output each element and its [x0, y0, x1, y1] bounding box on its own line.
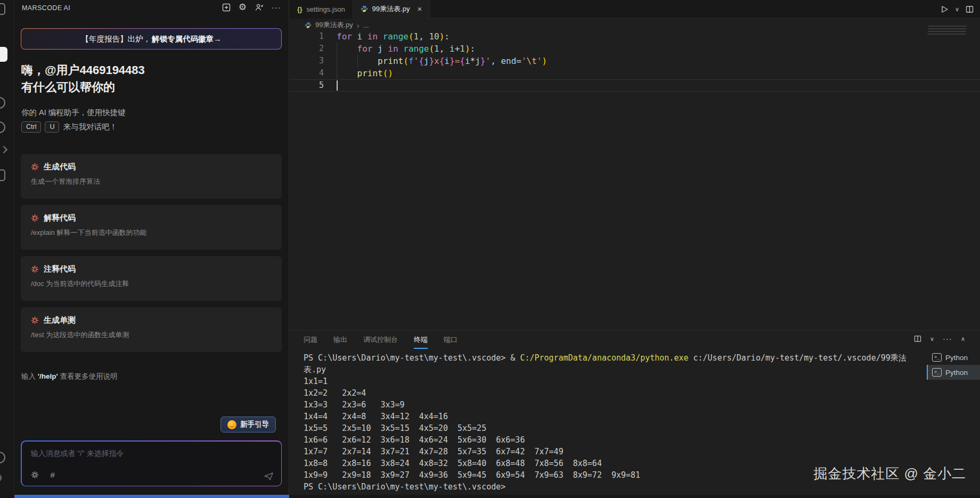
tab-close-icon[interactable]: ×: [417, 5, 422, 13]
card-description: 生成一个冒泡排序算法: [31, 177, 272, 186]
new-chat-icon[interactable]: [222, 3, 231, 12]
card-description: /test 为这段选中的函数生成单测: [31, 330, 272, 340]
split-terminal-icon[interactable]: [914, 335, 921, 342]
python-file-icon: [361, 5, 368, 13]
marscode-sidebar: MARSCODE AI ⚙ ··· 【年度报告】出炉，解锁专属代码徽章→ 嗨，@…: [14, 0, 289, 495]
code-line[interactable]: 5: [290, 79, 980, 92]
terminal-line: 1x7=7 2x7=14 3x7=21 4x7=28 5x7=35 6x7=42…: [304, 446, 921, 458]
sparkle-command-icon[interactable]: [31, 471, 39, 479]
beginner-guide-button[interactable]: 新手引导: [220, 417, 276, 432]
code-line[interactable]: 4 print(): [290, 67, 980, 79]
card-title: 生成代码: [44, 162, 76, 172]
editor-cursor: [337, 80, 338, 91]
hug-emoji-icon: [227, 420, 236, 429]
terminal-line: PS C:\Users\Dario\my-test\my-test\.vscod…: [304, 352, 921, 364]
account-switch-icon[interactable]: [255, 3, 264, 12]
activity-item-active-marscode[interactable]: [0, 47, 7, 62]
intro-text: 你的 AI 编程助手，使用快捷键: [21, 108, 126, 118]
code-lines: 1for i in range(1, 10):2 for j in range(…: [290, 30, 980, 92]
sparkle-icon: [31, 265, 39, 273]
greeting-line1: 嗨，@用户4469194483: [21, 62, 145, 79]
code-editor[interactable]: 1for i in range(1, 10):2 for j in range(…: [290, 30, 980, 92]
activity-icon-partial[interactable]: [0, 121, 5, 133]
line-number: 3: [290, 55, 324, 67]
editor-area: {} settings.json 99乘法表.py × ∨: [290, 0, 980, 330]
settings-gear-icon[interactable]: ⚙: [0, 472, 3, 484]
activity-icon-partial[interactable]: [0, 3, 5, 15]
community-watermark: 掘金技术社区 @ 金小二: [813, 464, 966, 483]
terminal-icon: >_: [932, 368, 942, 377]
gear-icon[interactable]: ⚙: [239, 3, 247, 12]
sparkle-icon: [31, 316, 39, 324]
suggestion-cards: 生成代码生成一个冒泡排序算法解释代码/explain 解释一下当前选中函数的功能…: [21, 154, 282, 352]
tab-99-multiplication-py[interactable]: 99乘法表.py ×: [353, 0, 430, 19]
suggestion-card[interactable]: 注释代码/doc 为当前选中的代码生成注释: [21, 256, 282, 301]
code-line[interactable]: 3 print(f'{j}x{i}={i*j}', end='\t'): [290, 55, 980, 67]
activity-icon-partial[interactable]: [0, 97, 5, 109]
sidebar-title: MARSCODE AI: [22, 4, 70, 12]
code-line[interactable]: 2 for j in range(1, i+1):: [290, 43, 980, 55]
account-icon[interactable]: [0, 452, 5, 463]
terminal-split-dropdown-icon[interactable]: ∨: [930, 336, 934, 342]
suggestion-card[interactable]: 解释代码/explain 解释一下当前选中函数的功能: [21, 205, 282, 250]
intro-suffix: 来与我对话吧！: [63, 122, 117, 132]
terminal-list-item[interactable]: >_Python: [927, 350, 980, 365]
panel-tab[interactable]: 调试控制台: [363, 335, 398, 349]
more-actions-icon[interactable]: ···: [272, 3, 281, 12]
greeting: 嗨，@用户4469194483 有什么可以帮你的: [21, 62, 145, 96]
terminal-label: Python: [945, 354, 968, 362]
terminal-icon: >_: [932, 353, 942, 362]
greeting-line2: 有什么可以帮你的: [21, 79, 145, 96]
tab-settings-json[interactable]: {} settings.json: [290, 0, 353, 19]
breadcrumb-file: 99乘法表.py: [315, 20, 353, 30]
panel-maximize-icon[interactable]: ∧: [961, 336, 965, 342]
send-icon[interactable]: [264, 472, 274, 480]
activity-icon-partial[interactable]: [0, 146, 7, 153]
sparkle-icon: [31, 163, 39, 171]
chat-input[interactable]: 输入消息或者 “/” 来选择指令 #: [21, 440, 282, 486]
card-title: 注释代码: [44, 264, 76, 274]
card-title: 解释代码: [44, 213, 76, 223]
terminal-line: 1x1=1: [304, 375, 921, 387]
panel-tab[interactable]: 端口: [444, 335, 458, 349]
help-line: 输入 '/help' 查看更多使用说明: [21, 372, 117, 381]
card-description: /explain 解释一下当前选中函数的功能: [31, 228, 272, 238]
suggestion-card[interactable]: 生成代码生成一个冒泡排序算法: [21, 154, 282, 199]
line-number: 5: [290, 79, 324, 92]
terminal-list-item[interactable]: >_Python: [927, 365, 980, 380]
panel-tab[interactable]: 问题: [304, 335, 317, 349]
panel-tabs: 问题输出调试控制台终端端口: [304, 335, 458, 349]
indent-guide: [337, 55, 337, 67]
breadcrumb[interactable]: 99乘法表.py › ...: [305, 20, 369, 30]
indent-guide: [337, 43, 337, 55]
terminal-line: 1x3=3 2x3=6 3x3=9: [304, 399, 921, 411]
terminal-label: Python: [945, 369, 968, 377]
line-number: 1: [290, 30, 324, 43]
breadcrumb-more[interactable]: ...: [363, 21, 369, 29]
terminal-line: 1x5=5 2x5=10 3x5=15 4x5=20 5x5=25: [304, 422, 921, 434]
hash-context-icon[interactable]: #: [51, 470, 55, 479]
vscode-window: ⚙ MARSCODE AI ⚙ ··· 【年度报告】出炉，解锁专属代码徽章→ 嗨…: [0, 0, 980, 498]
split-editor-icon[interactable]: [966, 5, 974, 13]
run-dropdown-icon[interactable]: ∨: [955, 6, 959, 13]
terminal-line: 表.py: [304, 364, 921, 375]
activity-icon-partial[interactable]: [0, 169, 5, 181]
terminal-line: 1x4=4 2x4=8 3x4=12 4x4=16: [304, 411, 921, 422]
code-line[interactable]: 1for i in range(1, 10):: [290, 30, 980, 43]
shortcut-row: Ctrl U 来与我对话吧！: [21, 121, 117, 133]
annual-report-banner[interactable]: 【年度报告】出炉，解锁专属代码徽章→: [21, 28, 282, 50]
status-bar[interactable]: [14, 495, 289, 498]
panel-tab[interactable]: 终端: [414, 335, 428, 349]
terminal-line: 1x6=6 2x6=12 3x6=18 4x6=24 5x6=30 6x6=36: [304, 434, 921, 446]
card-description: /doc 为当前选中的代码生成注释: [31, 279, 272, 289]
chat-input-placeholder: 输入消息或者 “/” 来选择指令: [31, 449, 124, 459]
faint-watermark: [927, 26, 967, 35]
run-python-button[interactable]: [941, 5, 949, 13]
suggestion-card[interactable]: 生成单测/test 为这段选中的函数生成单测: [21, 307, 282, 352]
keycap-ctrl: Ctrl: [21, 121, 41, 133]
card-title: 生成单测: [44, 315, 76, 325]
indent-guide: [357, 55, 358, 67]
terminal-list: >_Python>_Python: [927, 350, 980, 380]
panel-tab[interactable]: 输出: [333, 335, 347, 349]
panel-more-actions-icon[interactable]: ···: [943, 334, 952, 344]
